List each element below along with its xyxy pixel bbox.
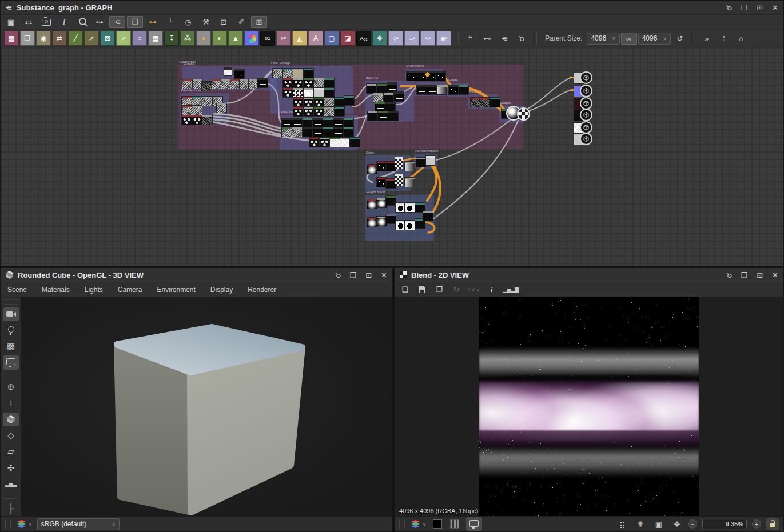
zoom-in-button[interactable]: +	[752, 519, 761, 529]
directional-warp-node-button[interactable]: ➚	[116, 31, 131, 46]
dock-icon[interactable]: ❒	[350, 271, 357, 279]
stats-icon[interactable]: ▂▅▃	[3, 477, 19, 491]
zoom-level-field[interactable]	[702, 519, 747, 529]
graph-canvas[interactable]: Galaxy skyCracksPixel texturesPixel Grun…	[1, 47, 783, 268]
graph-node[interactable]	[333, 127, 343, 137]
graph-node[interactable]	[304, 107, 313, 116]
output-node[interactable]	[574, 110, 589, 121]
copy-image-icon[interactable]: ❐	[433, 284, 445, 295]
dock-icon[interactable]: ❒	[741, 271, 748, 279]
graph-node[interactable]	[217, 103, 226, 113]
view3d-titlebar[interactable]: Rounded Cube - OpenGL - 3D VIEW ⚲❒⊡✕	[1, 268, 392, 282]
bitmap-node-button[interactable]: ▩	[4, 31, 19, 46]
graph-node[interactable]	[427, 85, 437, 94]
graph-node[interactable]	[395, 157, 403, 169]
view3d-viewport[interactable]	[21, 297, 392, 517]
filter-stack-icon[interactable]: ❐	[127, 16, 143, 28]
output-node[interactable]	[574, 86, 589, 97]
graph-node[interactable]	[324, 78, 334, 87]
flood-fill-node-button[interactable]: ◪	[340, 31, 355, 46]
graph-node[interactable]	[293, 88, 303, 97]
graph-node[interactable]	[230, 79, 240, 89]
graph-node[interactable]	[182, 106, 192, 115]
graph-node[interactable]	[340, 138, 350, 147]
graph-node[interactable]	[314, 98, 324, 107]
graph-node[interactable]	[333, 118, 343, 127]
graph-node[interactable]	[212, 79, 222, 89]
gradient-node-button[interactable]: ▭•	[404, 31, 419, 46]
scatter-node-button[interactable]: ⁂	[180, 31, 195, 46]
graph-node[interactable]	[405, 203, 415, 212]
straight-links-icon[interactable]: ⊶	[145, 16, 161, 28]
graph-node[interactable]	[377, 162, 387, 171]
tile-sampler-node-button[interactable]: ▦	[148, 31, 163, 46]
dot-link-icon[interactable]: ⊷	[479, 33, 495, 45]
graph-node[interactable]	[202, 115, 212, 125]
zoom-actual-icon[interactable]: 1:1	[21, 16, 37, 28]
graph-node[interactable]	[367, 218, 377, 227]
dock-icon[interactable]: ❒	[741, 4, 748, 11]
graph-node[interactable]	[314, 78, 324, 87]
graph-node[interactable]	[377, 84, 387, 93]
graph-node[interactable]	[182, 115, 192, 125]
output-node[interactable]	[574, 99, 589, 109]
graph-node[interactable]	[384, 93, 393, 102]
graph-node[interactable]	[459, 85, 468, 94]
graph-node[interactable]	[249, 79, 258, 89]
fit-view-icon[interactable]: ▣	[653, 518, 664, 530]
pin-icon[interactable]: ⚲	[726, 271, 732, 279]
menu-materials[interactable]: Materials	[42, 286, 78, 294]
save-image-icon[interactable]	[416, 284, 428, 295]
graph-node[interactable]	[415, 203, 425, 212]
graph-node[interactable]	[449, 85, 459, 94]
graph-node[interactable]	[283, 69, 293, 78]
graph-node[interactable]	[377, 198, 387, 207]
graph-node[interactable]	[309, 138, 319, 147]
tiling-grid-icon[interactable]	[616, 518, 628, 530]
graph-node[interactable]	[282, 118, 292, 127]
graph-node[interactable]	[407, 71, 416, 81]
transformation-node-button[interactable]: ⊠	[100, 31, 115, 46]
graph-node[interactable]	[423, 211, 433, 221]
histogram-icon[interactable]: ▁▅▂▇	[503, 284, 519, 295]
zoom-lock-button[interactable]	[766, 518, 779, 530]
menu-scene[interactable]: Scene	[7, 286, 35, 294]
graph-view-icon[interactable]: ⋔	[109, 16, 125, 28]
curve-warp-node-button[interactable]: ∿•	[420, 31, 435, 46]
compact-vertical-icon[interactable]: ⁞	[716, 33, 732, 45]
graph-node[interactable]	[192, 97, 202, 106]
view2d-titlebar[interactable]: Blend - 2D VIEW ⚲❒⊡✕	[395, 268, 783, 282]
blend-node-button[interactable]: ❐	[20, 31, 35, 46]
lights-icon[interactable]	[3, 323, 19, 337]
graph-node[interactable]	[258, 78, 268, 87]
graph-node[interactable]	[480, 98, 490, 107]
magnet-snap-icon[interactable]: ∩	[733, 33, 749, 45]
menu-camera[interactable]: Camera	[118, 286, 150, 294]
graph-node[interactable]	[282, 127, 292, 137]
chevron-down-icon[interactable]: ∨	[29, 522, 32, 527]
pin-node-icon[interactable]: ⚲	[514, 33, 530, 45]
graph-node[interactable]	[221, 79, 231, 89]
turbine-mesh-icon[interactable]: ✣	[3, 461, 19, 475]
graph-node[interactable]	[335, 98, 344, 107]
output-node[interactable]	[574, 123, 589, 133]
graph-node[interactable]	[293, 98, 303, 107]
menu-display[interactable]: Display	[210, 286, 241, 294]
tools-icon[interactable]: ⚒	[198, 16, 214, 28]
subgraph-icon[interactable]: ⋔	[496, 33, 512, 45]
output-node[interactable]	[574, 73, 589, 83]
square-shape-node-button[interactable]: ▣•	[436, 31, 451, 46]
graph-node[interactable]	[224, 68, 232, 75]
zoom-out-button[interactable]: −	[688, 519, 697, 529]
graph-node[interactable]	[202, 82, 212, 91]
graph-node[interactable]	[396, 221, 405, 230]
checker-01-node-button[interactable]: 01	[260, 31, 275, 46]
graph-node[interactable]	[426, 156, 435, 165]
statusbar-grip[interactable]	[5, 519, 11, 529]
graph-node[interactable]	[416, 71, 426, 81]
graph-node[interactable]	[386, 196, 396, 205]
text-node-button[interactable]: A	[308, 31, 323, 46]
reset-size-icon[interactable]: ↺	[672, 33, 688, 45]
height-extrude-node-button[interactable]: ↧	[164, 31, 179, 46]
graph-node[interactable]	[292, 118, 302, 127]
